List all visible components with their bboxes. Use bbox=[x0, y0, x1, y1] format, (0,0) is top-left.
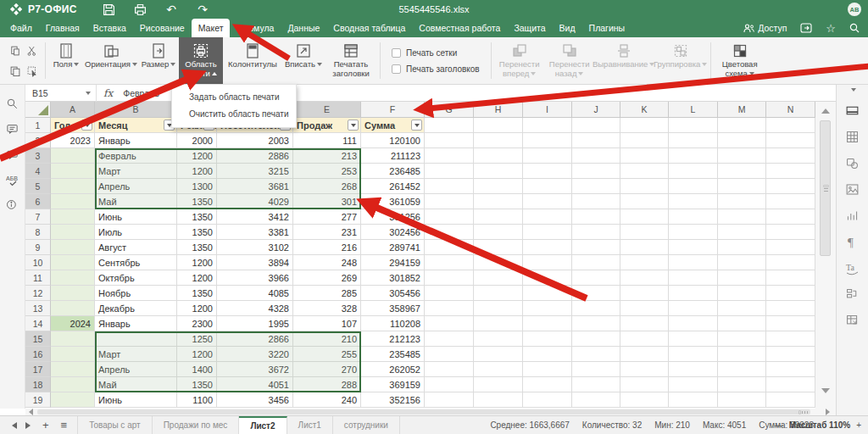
empty-cell[interactable] bbox=[425, 301, 474, 316]
empty-cell[interactable] bbox=[620, 331, 669, 347]
menu-tab-совместная-работа[interactable]: Совместная работа bbox=[412, 19, 507, 37]
empty-cell[interactable] bbox=[620, 240, 669, 255]
value-cell[interactable]: 248 bbox=[293, 255, 361, 270]
menu-tab-макет[interactable]: Макет bbox=[192, 19, 231, 37]
value-cell[interactable]: 3966 bbox=[217, 270, 293, 286]
empty-cell[interactable] bbox=[425, 255, 474, 270]
month-cell[interactable]: Июнь bbox=[95, 209, 177, 225]
year-cell[interactable] bbox=[51, 286, 95, 301]
horizontal-scrollbar[interactable] bbox=[25, 409, 836, 415]
empty-cell[interactable] bbox=[669, 118, 718, 133]
menu-tab-сводная-таблица[interactable]: Сводная таблица bbox=[326, 19, 412, 37]
value-cell[interactable]: 231 bbox=[293, 225, 361, 240]
empty-cell[interactable] bbox=[425, 209, 474, 225]
empty-cell[interactable] bbox=[620, 316, 669, 331]
row-header-17[interactable]: 17 bbox=[25, 362, 51, 377]
cell-name-box[interactable]: B15 bbox=[25, 85, 97, 102]
empty-cell[interactable] bbox=[523, 240, 572, 255]
chat-icon[interactable] bbox=[6, 147, 19, 161]
empty-cell[interactable] bbox=[474, 392, 523, 408]
empty-cell[interactable] bbox=[523, 392, 572, 408]
row-header-19[interactable]: 19 bbox=[25, 392, 51, 408]
table-column-header[interactable]: Месяц bbox=[95, 118, 177, 133]
shape-settings-icon[interactable] bbox=[845, 155, 860, 170]
value-cell[interactable]: 3102 bbox=[217, 240, 293, 255]
month-cell[interactable]: Февраль bbox=[95, 148, 177, 164]
value-cell[interactable]: 3894 bbox=[217, 255, 293, 270]
empty-cell[interactable] bbox=[669, 164, 718, 179]
empty-cell[interactable] bbox=[718, 179, 766, 194]
filter-button[interactable] bbox=[81, 120, 92, 131]
empty-cell[interactable] bbox=[718, 392, 766, 408]
empty-cell[interactable] bbox=[620, 347, 669, 362]
value-cell[interactable]: 211123 bbox=[361, 148, 425, 164]
empty-cell[interactable] bbox=[669, 270, 718, 286]
print-icon[interactable] bbox=[134, 3, 147, 16]
empty-cell[interactable] bbox=[669, 331, 718, 347]
year-cell[interactable] bbox=[51, 148, 95, 164]
row-header-10[interactable]: 10 bbox=[25, 255, 51, 270]
empty-cell[interactable] bbox=[572, 118, 620, 133]
empty-cell[interactable] bbox=[718, 240, 766, 255]
empty-cell[interactable] bbox=[766, 377, 815, 392]
empty-cell[interactable] bbox=[669, 133, 718, 148]
value-cell[interactable]: 253 bbox=[293, 164, 361, 179]
value-cell[interactable]: 269 bbox=[293, 270, 361, 286]
empty-cell[interactable] bbox=[474, 118, 523, 133]
empty-cell[interactable] bbox=[474, 286, 523, 301]
value-cell[interactable]: 210 bbox=[293, 331, 361, 347]
empty-cell[interactable] bbox=[474, 270, 523, 286]
empty-cell[interactable] bbox=[669, 209, 718, 225]
scroll-left-icon[interactable] bbox=[29, 409, 33, 415]
cut-icon[interactable] bbox=[24, 41, 41, 61]
empty-cell[interactable] bbox=[425, 331, 474, 347]
month-cell[interactable]: Апрель bbox=[95, 362, 177, 377]
value-cell[interactable]: 1400 bbox=[177, 362, 217, 377]
spreadsheet-grid[interactable]: ABCDEFGHIJKLMN1ГодМесяцРекламаПосетителе… bbox=[25, 102, 815, 409]
sheet-tab-лист1[interactable]: Лист1 bbox=[287, 416, 333, 434]
column-header-B[interactable]: B bbox=[95, 102, 177, 118]
empty-cell[interactable] bbox=[718, 148, 766, 164]
empty-cell[interactable] bbox=[425, 392, 474, 408]
margins-button[interactable]: Поля bbox=[48, 37, 84, 84]
row-header-4[interactable]: 4 bbox=[25, 164, 51, 179]
empty-cell[interactable] bbox=[766, 316, 815, 331]
value-cell[interactable]: 1250 bbox=[177, 331, 217, 347]
column-header-E[interactable]: E bbox=[293, 102, 361, 118]
year-cell[interactable]: 2023 bbox=[51, 133, 95, 148]
empty-cell[interactable] bbox=[669, 194, 718, 209]
empty-cell[interactable] bbox=[474, 225, 523, 240]
empty-cell[interactable] bbox=[523, 362, 572, 377]
value-cell[interactable]: 1350 bbox=[177, 286, 217, 301]
month-cell[interactable]: Март bbox=[95, 347, 177, 362]
year-cell[interactable] bbox=[51, 209, 95, 225]
value-cell[interactable]: 4051 bbox=[217, 377, 293, 392]
select-icon[interactable] bbox=[24, 61, 41, 81]
headers-footers-button[interactable]: Колонтитулы bbox=[223, 37, 282, 84]
search-icon[interactable] bbox=[849, 23, 860, 33]
value-cell[interactable]: 361059 bbox=[361, 194, 425, 209]
sheet-tab-лист2[interactable]: Лист2 bbox=[239, 416, 287, 434]
value-cell[interactable]: 289741 bbox=[361, 240, 425, 255]
row-header-15[interactable]: 15 bbox=[25, 331, 51, 347]
value-cell[interactable]: 4328 bbox=[217, 301, 293, 316]
empty-cell[interactable] bbox=[766, 286, 815, 301]
value-cell[interactable]: 1995 bbox=[217, 316, 293, 331]
empty-cell[interactable] bbox=[523, 331, 572, 347]
favorites-star-icon[interactable]: ☆ bbox=[826, 23, 836, 34]
copy-icon[interactable] bbox=[7, 61, 24, 81]
year-cell[interactable] bbox=[51, 225, 95, 240]
row-header-9[interactable]: 9 bbox=[25, 240, 51, 255]
empty-cell[interactable] bbox=[718, 225, 766, 240]
empty-cell[interactable] bbox=[474, 316, 523, 331]
empty-cell[interactable] bbox=[425, 194, 474, 209]
chart-settings-icon[interactable] bbox=[845, 208, 860, 223]
avatar[interactable]: АВ bbox=[848, 3, 861, 16]
value-cell[interactable]: 107 bbox=[293, 316, 361, 331]
empty-cell[interactable] bbox=[523, 270, 572, 286]
empty-cell[interactable] bbox=[425, 133, 474, 148]
empty-cell[interactable] bbox=[669, 225, 718, 240]
value-cell[interactable]: 369159 bbox=[361, 377, 425, 392]
sheet-tab-продажи-по-мес[interactable]: Продажи по мес bbox=[153, 416, 240, 434]
empty-cell[interactable] bbox=[474, 179, 523, 194]
